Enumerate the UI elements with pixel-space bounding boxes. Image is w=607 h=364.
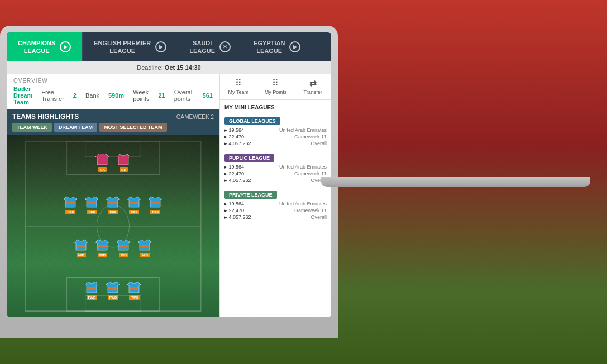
egyptian-arrow-icon[interactable]: ▶	[289, 41, 300, 52]
my-points-icon: ⠿	[272, 79, 279, 88]
nav-egyptian-league[interactable]: EGYPTIANLEAGUE ▶	[242, 32, 312, 61]
player-def5: DEF	[147, 195, 164, 214]
svg-rect-20	[130, 287, 138, 290]
player-def1: DEF	[62, 195, 79, 214]
nav-transfer[interactable]: ⇄ Transfer	[294, 74, 331, 99]
nav-champions-league[interactable]: CHAMPIONSLEAGUE ▶	[7, 32, 83, 61]
english-arrow-icon[interactable]: ▶	[155, 41, 166, 52]
main-area: OVERVIEW Bader Dream Team Free Transfer …	[7, 74, 331, 317]
public-league-entries: ▸ 19,564 United Arab Emirates ▸ 22,470 G…	[224, 164, 327, 183]
player-def1-tag: DEF	[65, 210, 75, 214]
svg-rect-19	[108, 287, 117, 290]
player-mid4-tag: MID	[140, 253, 150, 257]
private-league-entries: ▸ 19,564 United Arab Emirates ▸ 22,470 G…	[224, 201, 327, 220]
svg-rect-10	[87, 202, 96, 204]
detail: Gameweek 11	[294, 134, 327, 140]
player-mid1: MID	[73, 238, 89, 257]
row-mid: MID MID	[73, 238, 153, 257]
league-entry: ▸ 22,470 Gameweek 11	[224, 171, 327, 176]
nav-icons: ⠿ My Team ⠿ My Points ⇄ Transfer	[220, 74, 331, 100]
overall-points-value: 561	[203, 92, 213, 99]
detail: Gameweek 11	[294, 171, 327, 176]
rank: ▸ 4,057,262	[224, 141, 251, 146]
tab-dream-team[interactable]: DREAM TEAM	[54, 123, 97, 132]
nav-english-premier[interactable]: ENGLISH PREMIERLEAGUE ▶	[83, 32, 178, 61]
league-entry: ▸ 19,564 United Arab Emirates	[224, 201, 327, 207]
overall-points-label: Overall points	[174, 89, 194, 102]
free-transfer-label: Free Transfer	[41, 89, 64, 102]
football-field: GK GK	[7, 135, 219, 317]
player-mid2-tag: MID	[98, 253, 107, 257]
rank: ▸ 19,564	[224, 127, 244, 133]
nav-my-team[interactable]: ⠿ My Team	[220, 74, 257, 99]
league-entry: ▸ 4,057,262 Overall	[224, 178, 327, 183]
mini-leagues-title: MY MINI LEAGUES	[224, 104, 327, 111]
row-fwd: FWD FWD	[83, 280, 142, 300]
gameweek-label: GAMEWEEK 2	[176, 114, 214, 120]
league-entry: ▸ 19,564 United Arab Emirates	[224, 127, 327, 133]
saudi-arrow-icon[interactable]: ✕	[219, 41, 231, 52]
teams-highlights-title: TEAMS HIGHLIGHTS	[12, 113, 79, 121]
svg-rect-12	[130, 202, 138, 204]
my-team-label: My Team	[228, 89, 248, 95]
player-fwd3-tag: FWD	[129, 295, 140, 300]
tab-team-week[interactable]: TEAM WEEK	[12, 123, 52, 132]
mini-leagues: MY MINI LEAGUES GLOBAL LEAGUES ▸ 19,564 …	[220, 100, 331, 317]
my-team-icon: ⠿	[235, 79, 242, 88]
rank: ▸ 22,470	[224, 134, 244, 140]
player-fwd1: FWD	[83, 280, 100, 300]
public-league-badge: PUPLIC LEAGUE	[224, 154, 274, 162]
player-fwd3: FWD	[126, 280, 142, 300]
nav-saudi-league[interactable]: SAUDILEAGUE ✕	[178, 32, 242, 61]
nav-my-points[interactable]: ⠿ My Points	[257, 74, 295, 99]
my-points-label: My Points	[265, 89, 287, 95]
player-gk2-tag: GK	[120, 167, 128, 172]
transfer-label: Transfer	[304, 89, 322, 95]
detail: Overall	[310, 141, 327, 146]
league-entry: ▸ 22,470 Gameweek 11	[224, 208, 327, 213]
detail: United Arab Emirates	[279, 164, 327, 170]
public-leagues-section: PUPLIC LEAGUE ▸ 19,564 United Arab Emira…	[224, 152, 327, 183]
right-sidebar: ⠿ My Team ⠿ My Points ⇄ Transfer	[219, 74, 331, 317]
overview-bar: OVERVIEW Bader Dream Team Free Transfer …	[7, 74, 219, 109]
team-name: Bader Dream Team	[13, 85, 32, 106]
champions-arrow-icon[interactable]: ▶	[60, 41, 71, 52]
global-league-badge: GLOBAL LEAGUES	[224, 117, 280, 125]
player-def5-tag: DEF	[150, 210, 160, 214]
rank: ▸ 22,470	[224, 171, 244, 176]
transfer-icon: ⇄	[309, 79, 317, 88]
private-leagues-section: PRIVATE LEAGUE ▸ 19,564 United Arab Emir…	[224, 189, 327, 220]
week-points-label: Week points	[133, 89, 149, 102]
player-fwd2: FWD	[104, 280, 121, 300]
tab-most-selected[interactable]: MOST SELECTED TEAM	[99, 123, 167, 132]
teams-highlights-header: TEAMS HIGHLIGHTS GAMEWEEK 2	[7, 109, 219, 123]
svg-rect-8	[100, 154, 104, 157]
english-premier-label: ENGLISH PREMIERLEAGUE	[94, 39, 151, 55]
week-points-value: 21	[159, 92, 165, 99]
svg-rect-9	[66, 202, 75, 204]
svg-rect-16	[119, 245, 128, 247]
laptop-screen: CHAMPIONSLEAGUE ▶ ENGLISH PREMIERLEAGUE …	[7, 32, 331, 317]
detail: Overall	[310, 214, 327, 220]
svg-rect-17	[140, 245, 149, 247]
league-entry: ▸ 4,057,262 Overall	[224, 214, 327, 220]
league-entry: ▸ 4,057,262 Overall	[224, 141, 327, 146]
player-mid3-tag: MID	[119, 253, 128, 257]
player-mid4: MID	[136, 238, 153, 257]
svg-rect-18	[87, 287, 96, 290]
egyptian-label: EGYPTIANLEAGUE	[254, 39, 285, 55]
player-def3-tag: DEF	[108, 210, 118, 214]
global-league-entries: ▸ 19,564 United Arab Emirates ▸ 22,470 G…	[224, 127, 327, 146]
player-def4-tag: DEF	[129, 210, 139, 214]
svg-rect-14	[77, 245, 85, 247]
rank: ▸ 19,564	[224, 164, 244, 170]
saudi-label: SAUDILEAGUE	[189, 39, 215, 55]
laptop-base	[321, 177, 590, 187]
player-mid1-tag: MID	[77, 253, 86, 257]
player-mid3: MID	[115, 238, 132, 257]
private-league-badge: PRIVATE LEAGUE	[224, 191, 277, 199]
screen-content: CHAMPIONSLEAGUE ▶ ENGLISH PREMIERLEAGUE …	[7, 32, 331, 317]
player-fwd2-tag: FWD	[108, 295, 119, 300]
svg-rect-11	[108, 202, 117, 204]
left-panel: OVERVIEW Bader Dream Team Free Transfer …	[7, 74, 219, 317]
